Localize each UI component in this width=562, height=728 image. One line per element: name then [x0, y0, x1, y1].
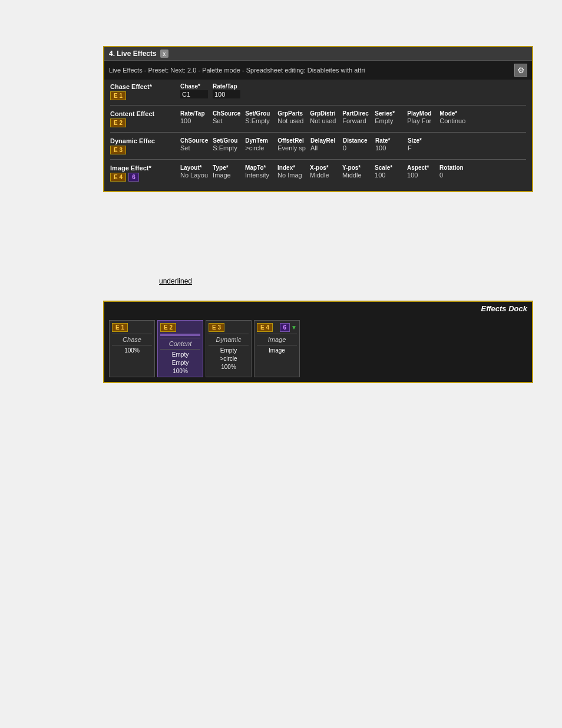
- col-value: No Layou: [180, 172, 208, 179]
- col-header: MapTo*: [245, 164, 273, 171]
- image-col-5: Y-pos* Middle: [340, 164, 372, 179]
- content-badge-e[interactable]: E 2: [110, 118, 126, 127]
- dock-e3-val2: >circle: [220, 355, 237, 362]
- dynamic-badge-e[interactable]: E 3: [110, 146, 126, 154]
- image-col-1: Type* Image: [210, 164, 243, 179]
- col-header: Distance: [343, 137, 371, 144]
- col-header: Layout*: [180, 164, 208, 171]
- dock-e2-badge: E 2: [160, 323, 176, 332]
- col-value: S:Empty: [213, 144, 240, 151]
- content-label-col: Content Effect E 2: [110, 110, 178, 127]
- content-col-3: GrpParts Not used: [275, 110, 308, 124]
- dock-card-e3[interactable]: E 3 Dynamic Empty >circle 100%: [206, 320, 252, 377]
- col-value: All: [310, 144, 338, 151]
- dock-e3-type: Dynamic: [216, 336, 242, 343]
- col-value: Middle: [342, 172, 370, 179]
- dock-e1-type: Chase: [123, 336, 141, 343]
- col-header: Series*: [375, 110, 402, 117]
- image-badge-num[interactable]: 6: [128, 173, 139, 182]
- dock-e4-type: Image: [268, 336, 286, 343]
- dock-e2-val1: Empty: [172, 351, 189, 358]
- col-value: Set: [213, 117, 240, 124]
- panel-titlebar: 4. Live Effects x: [104, 47, 532, 61]
- dock-e3-val1: Empty: [220, 347, 237, 354]
- image-col-4: X-pos* Middle: [308, 164, 340, 179]
- col-header: Aspect*: [407, 164, 435, 171]
- dock-card-e2[interactable]: E 2 Content Empty Empty 100%: [157, 320, 203, 377]
- dock-card-e1-header: E 1: [112, 323, 152, 332]
- image-label-col: Image Effect* E 4 6: [110, 164, 178, 182]
- panel-title: 4. Live Effects: [109, 50, 157, 58]
- col-header: DelayRel: [310, 137, 338, 144]
- image-badge-e[interactable]: E 4: [110, 173, 126, 182]
- chase-data-cols: Chase* C1 Rate/Tap 100: [178, 83, 526, 98]
- dynamic-col-2: DynTem >circle: [243, 137, 275, 151]
- content-badge-row: E 2: [110, 118, 178, 127]
- dock-card-e1[interactable]: E 1 Chase 100%: [109, 320, 155, 377]
- dynamic-col-7: Size* F: [405, 137, 438, 151]
- chase-col-1: Rate/Tap 100: [210, 83, 243, 98]
- gear-button[interactable]: ⚙: [514, 64, 527, 77]
- col-header: Chase*: [180, 83, 208, 90]
- col-value: 100: [213, 90, 240, 98]
- dock-e3-badge: E 3: [209, 323, 224, 332]
- col-value: Set: [180, 144, 208, 151]
- live-effects-panel: 4. Live Effects x Live Effects - Preset:…: [103, 46, 533, 192]
- chase-effect-row: Chase Effect* E 1 Chase* C1 Rate/Tap 100: [110, 83, 526, 100]
- dock-card-e3-header: E 3: [209, 323, 249, 332]
- col-value: 100: [180, 117, 208, 124]
- content-col-7: PlayMod Play For: [405, 110, 437, 124]
- dock-e4-badge: E 4: [257, 323, 273, 332]
- col-value: Intensity: [245, 172, 273, 179]
- col-value: Not used: [277, 117, 305, 124]
- col-header: X-pos*: [310, 164, 338, 171]
- col-header: Rotation: [439, 164, 467, 171]
- dock-e2-purple-bar: [160, 334, 200, 336]
- image-col-2: MapTo* Intensity: [243, 164, 275, 179]
- col-header: PlayMod: [407, 110, 435, 117]
- col-header: PartDirec: [342, 110, 370, 117]
- chase-badge-e[interactable]: E 1: [110, 91, 126, 100]
- col-header: GrpParts: [277, 110, 305, 117]
- content-col-2: Set/Grou S:Empty: [243, 110, 275, 124]
- chase-label: Chase Effect*: [110, 83, 178, 90]
- dock-card-e4-header: E 4 6 ▼: [257, 323, 297, 332]
- col-header: Y-pos*: [342, 164, 370, 171]
- info-text: Live Effects - Preset: Next: 2.0 - Palet…: [109, 67, 365, 74]
- col-header: Set/Grou: [213, 137, 240, 144]
- content-col-8: Mode* Continuo: [437, 110, 470, 124]
- image-col-0: Layout* No Layou: [178, 164, 210, 179]
- dynamic-badge-row: E 3: [110, 146, 178, 154]
- col-header: Rate/Tap: [180, 110, 208, 117]
- col-header: DynTem: [245, 137, 273, 144]
- col-value: Forward: [342, 117, 370, 124]
- dynamic-label-col: Dynamic Effec E 3: [110, 137, 178, 154]
- col-header: Mode*: [439, 110, 467, 117]
- underline-link[interactable]: underlined: [159, 277, 192, 285]
- panel-close-button[interactable]: x: [160, 50, 168, 58]
- image-effect-row: Image Effect* E 4 6 Layout* No Layou Typ…: [110, 164, 526, 182]
- dynamic-col-3: OffsetRel Evenly sp: [275, 137, 308, 151]
- col-value: >circle: [245, 144, 273, 151]
- content-effect-row: Content Effect E 2 Rate/Tap 100 ChSource…: [110, 110, 526, 127]
- chase-badge-row: E 1: [110, 91, 178, 100]
- col-header: Type*: [213, 164, 240, 171]
- image-col-3: Index* No Imag: [275, 164, 308, 179]
- image-col-7: Aspect* 100: [405, 164, 437, 179]
- dock-card-e2-header: E 2: [160, 323, 200, 332]
- col-value: 100: [407, 172, 435, 179]
- col-header: Rate/Tap: [213, 83, 240, 90]
- col-header: GrpDistri: [310, 110, 338, 117]
- chase-label-col: Chase Effect* E 1: [110, 83, 178, 100]
- col-value: 100: [375, 144, 403, 151]
- col-value: Empty: [375, 117, 402, 124]
- col-header: Size*: [408, 137, 435, 144]
- dock-title: Effects Dock: [481, 304, 527, 313]
- image-col-6: Scale* 100: [372, 164, 405, 179]
- dock-e2-val3: 100%: [173, 368, 188, 374]
- content-col-0: Rate/Tap 100: [178, 110, 210, 124]
- col-header: Set/Grou: [245, 110, 273, 117]
- dock-card-e4[interactable]: E 4 6 ▼ Image Image: [254, 320, 300, 377]
- image-badge-row: E 4 6: [110, 173, 178, 182]
- dynamic-col-0: ChSource Set: [178, 137, 210, 151]
